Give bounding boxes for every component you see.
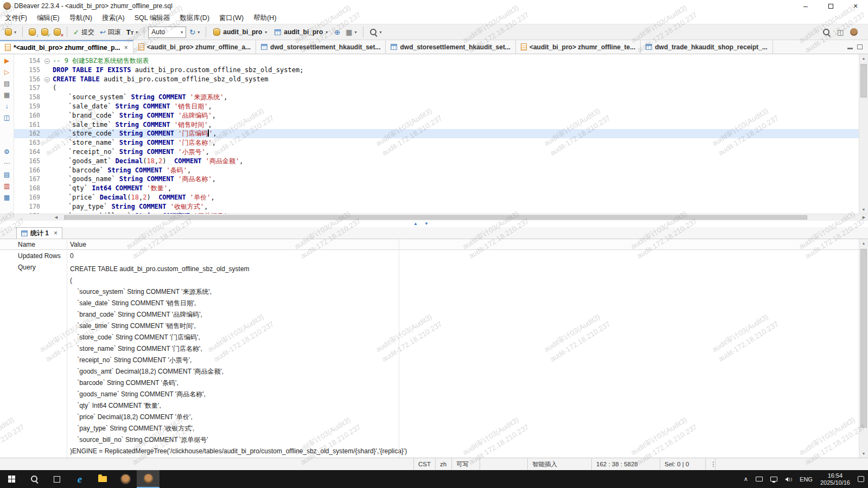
script-text-icon[interactable]: ▤: [4, 80, 10, 87]
code-line-163[interactable]: 163 `store_name` String COMMENT '门店名称',: [14, 138, 859, 147]
status-segment-6[interactable]: Sel: 0 | 0: [660, 458, 706, 470]
result-grid-icon[interactable]: ▦: [4, 92, 10, 99]
code-line-169[interactable]: 169 `price` Decimal(18,2) COMMENT '单价',: [14, 193, 859, 202]
editor-vertical-scrollbar[interactable]: ▲ ▼: [859, 54, 868, 214]
output-log-icon[interactable]: ▤: [4, 171, 10, 178]
editor-horizontal-scrollbar[interactable]: ◀ ▶: [0, 214, 868, 221]
menu-item-6[interactable]: 窗口(W): [214, 14, 248, 23]
menu-item-0[interactable]: 文件(F): [0, 14, 32, 23]
network-settings-button[interactable]: ⊕: [332, 28, 342, 37]
editor-tab-0[interactable]: *<audit_bi_pro> zhumr_offline_p...×: [0, 40, 133, 54]
code-area[interactable]: 154−-- 9 创建SBZ老系统销售数据表155DROP TABLE IF E…: [14, 54, 859, 214]
transaction-mode-select[interactable]: Auto ▾: [148, 27, 186, 38]
code-line-154[interactable]: 154−-- 9 创建SBZ老系统销售数据表: [14, 56, 859, 66]
scroll-up-icon[interactable]: ▲: [859, 54, 868, 62]
font-size-button[interactable]: TT ▾: [124, 27, 140, 37]
menu-item-2[interactable]: 导航(N): [65, 14, 97, 23]
internet-explorer-button[interactable]: e: [68, 470, 91, 488]
scrollbar-thumb[interactable]: [64, 215, 807, 220]
file-explorer-button[interactable]: [91, 470, 114, 488]
code-line-157[interactable]: 157(: [14, 84, 859, 93]
menu-item-3[interactable]: 搜索(A): [97, 14, 130, 23]
code-line-155[interactable]: 155DROP TABLE IF EXISTS audit_bi_pro.cus…: [14, 66, 859, 75]
perspective-icon[interactable]: ◫: [837, 29, 844, 36]
scrollbar-thumb[interactable]: [860, 249, 867, 428]
status-segment-5[interactable]: 162 : 38 : 5828: [592, 458, 660, 470]
quick-search-icon[interactable]: [822, 28, 831, 36]
new-connection-button[interactable]: ▾: [3, 27, 18, 37]
menu-item-1[interactable]: 编辑(E): [32, 14, 65, 23]
column-header-value[interactable]: Value: [67, 241, 399, 248]
code-line-159[interactable]: 159 `sale_date` String COMMENT '销售日期',: [14, 102, 859, 111]
connection-select[interactable]: audit_bi_pro ▾: [210, 27, 270, 37]
fetch-data-button[interactable]: ↓: [27, 27, 38, 37]
maximize-icon[interactable]: [818, 0, 843, 12]
status-segment-2[interactable]: 可写: [452, 458, 480, 470]
commit-button[interactable]: ✓ 提交: [71, 27, 97, 38]
code-line-161[interactable]: 161 `sale_time` String COMMENT '销售时间',: [14, 120, 859, 130]
maximize-view-icon[interactable]: [857, 44, 863, 49]
scroll-up-icon[interactable]: ▲: [859, 239, 868, 247]
scroll-left-icon[interactable]: ◀: [52, 214, 60, 221]
scroll-right-icon[interactable]: ▶: [860, 214, 868, 221]
code-line-167[interactable]: 167 `goods_name` String COMMENT '商品名称',: [14, 175, 859, 184]
code-line-156[interactable]: 156−CREATE TABLE audit_bi_pro.custom_off…: [14, 75, 859, 84]
action-center-button[interactable]: [854, 470, 868, 488]
tray-clock-button[interactable]: 16:54 2025/10/16: [816, 470, 854, 488]
menu-item-7[interactable]: 帮助(H): [248, 14, 281, 23]
editor-tab-4[interactable]: <audit_bi_pro> zhumr_offline_te...: [516, 40, 641, 54]
more-actions-icon[interactable]: ⋯: [4, 160, 10, 167]
tray-volume-button[interactable]: )): [781, 470, 796, 488]
execute-script-icon[interactable]: ▷: [4, 69, 9, 76]
panel-sash[interactable]: ▲ ▼: [0, 221, 868, 227]
menu-item-4[interactable]: SQL 编辑器: [130, 14, 175, 23]
tray-network-button[interactable]: [767, 470, 781, 488]
menu-item-5[interactable]: 数据库(D): [175, 14, 214, 23]
dbeaver-taskbar-button[interactable]: [137, 470, 159, 488]
scroll-down-icon[interactable]: ▼: [859, 450, 868, 458]
panels-icon[interactable]: ◫: [4, 114, 10, 121]
code-line-168[interactable]: 168 `qty` Int64 COMMENT '数量',: [14, 184, 859, 193]
status-segment-1[interactable]: zh: [436, 458, 452, 470]
search-button[interactable]: ▾: [367, 27, 384, 37]
transaction-log-button[interactable]: ↻ ▾: [187, 28, 202, 37]
settings-gear-icon[interactable]: ⚙: [4, 149, 10, 156]
fold-gutter[interactable]: −: [44, 56, 53, 66]
code-line-165[interactable]: 165 `goods_amt` Decimal(18,2) COMMENT '商…: [14, 157, 859, 166]
tab-close-icon[interactable]: ×: [124, 44, 128, 52]
rollback-button[interactable]: ↩ 回滚: [98, 27, 123, 38]
code-line-162[interactable]: 162 `store_code` String COMMENT '门店编码',: [14, 129, 859, 138]
maximize-panel-icon[interactable]: ▲: [413, 221, 418, 226]
code-line-164[interactable]: 164 `receipt_no` String COMMENT '小票号',: [14, 147, 859, 157]
editor-tab-1[interactable]: <audit_bi_pro> zhumr_offline_a...: [133, 40, 256, 54]
tab-statistics[interactable]: 统计 1 ×: [16, 227, 62, 239]
status-segment-0[interactable]: CST: [414, 458, 436, 470]
problems-icon[interactable]: ▥: [4, 183, 10, 190]
minimize-icon[interactable]: –: [793, 0, 818, 12]
status-segment-3[interactable]: [480, 458, 528, 470]
scroll-down-icon[interactable]: ▼: [859, 206, 868, 214]
db-cancel-button[interactable]: ×: [52, 27, 63, 37]
fold-collapse-icon[interactable]: −: [44, 59, 50, 64]
result-row-1[interactable]: QueryCREATE TABLE audit_bi_pro.custom_of…: [15, 261, 868, 458]
app-button-1[interactable]: [114, 470, 137, 488]
column-divider[interactable]: [399, 239, 399, 458]
schema-select[interactable]: audit_bi_pro ▾: [271, 27, 331, 37]
execute-statement-icon[interactable]: ▶: [4, 57, 9, 65]
scrollbar-thumb[interactable]: [860, 64, 867, 98]
status-overflow-icon[interactable]: ⋮: [706, 458, 716, 470]
task-view-button[interactable]: [46, 470, 68, 488]
column-divider[interactable]: [67, 239, 67, 458]
tray-expand-button[interactable]: ∧: [740, 470, 752, 488]
minimize-view-icon[interactable]: [847, 48, 853, 49]
code-line-166[interactable]: 166 `barcode` String COMMENT '条码',: [14, 166, 859, 175]
export-data-icon[interactable]: ↓: [5, 103, 9, 110]
code-line-160[interactable]: 160 `brand_code` String COMMENT '品牌编码',: [14, 111, 859, 120]
result-row-0[interactable]: Updated Rows0: [15, 250, 868, 261]
results-layout-button[interactable]: ▦ ▾: [343, 28, 359, 37]
editor-tab-3[interactable]: dwd_storesettlement_hkaudit_set...: [386, 40, 515, 54]
tab-close-icon[interactable]: ×: [54, 229, 58, 237]
start-button[interactable]: [0, 470, 23, 488]
restore-panel-icon[interactable]: ▼: [424, 221, 429, 226]
editor-tab-2[interactable]: dwd_storesettlement_hkaudit_set...: [256, 40, 386, 54]
